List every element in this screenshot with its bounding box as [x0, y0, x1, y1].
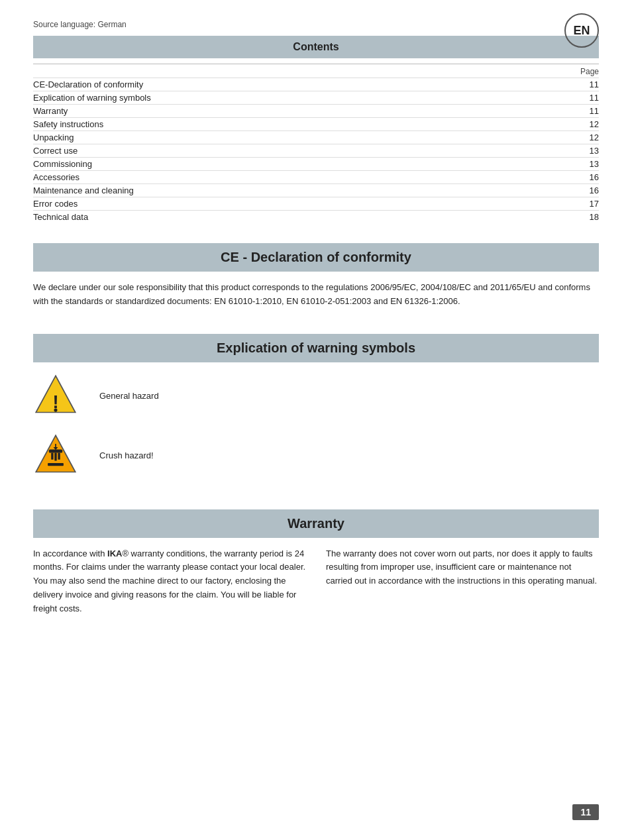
contents-item-page: 16 [579, 185, 599, 195]
contents-item-label: Warranty [33, 106, 68, 116]
ce-declaration-body: We declare under our sole responsibility… [33, 272, 599, 314]
contents-item-page: 17 [579, 199, 599, 209]
general-hazard-label: General hazard [99, 391, 159, 401]
contents-item-label: Correct use [33, 146, 78, 156]
crush-hazard-label: Crush hazard! [99, 450, 154, 460]
contents-row: Safety instructions 12 [33, 117, 599, 131]
warning-symbols-grid: ! General hazard [33, 362, 599, 490]
contents-item-label: Unpacking [33, 132, 74, 142]
warning-symbols-section: Explication of warning symbols ! General… [33, 334, 599, 490]
crush-hazard-icon [33, 433, 79, 479]
contents-item-page: 11 [579, 106, 599, 116]
contents-item-label: Technical data [33, 212, 88, 222]
page-number: 11 [572, 804, 599, 820]
contents-row: Unpacking 12 [33, 131, 599, 144]
contents-item-page: 18 [579, 212, 599, 222]
contents-item-page: 16 [579, 172, 599, 182]
ika-brand: IKA [107, 549, 122, 558]
contents-item-label: CE-Declaration of conformity [33, 79, 143, 89]
contents-item-label: Safety instructions [33, 119, 103, 129]
contents-section: Contents Page CE-Declaration of conformi… [33, 36, 599, 223]
svg-rect-6 [54, 452, 56, 460]
source-language-label: Source language: German [33, 20, 599, 29]
general-hazard-icon: ! [33, 373, 79, 419]
warning-symbols-header: Explication of warning symbols [33, 334, 599, 362]
contents-row: Error codes 17 [33, 197, 599, 210]
ce-declaration-section: CE - Declaration of conformity We declar… [33, 243, 599, 314]
svg-point-2 [54, 408, 57, 411]
contents-list: Page CE-Declaration of conformity 11 Exp… [33, 64, 599, 223]
contents-row: Warranty 11 [33, 104, 599, 117]
warning-item-general: ! General hazard [33, 373, 599, 419]
contents-item-label: Maintenance and cleaning [33, 185, 134, 195]
contents-row: Technical data 18 [33, 210, 599, 223]
contents-row: Commissioning 13 [33, 157, 599, 170]
warranty-columns: In accordance with IKA® warranty conditi… [33, 538, 599, 625]
contents-item-page: 13 [579, 146, 599, 156]
warranty-section: Warranty In accordance with IKA® warrant… [33, 509, 599, 625]
contents-item-label: Commissioning [33, 159, 92, 169]
svg-rect-7 [58, 452, 60, 459]
contents-row: Explication of warning symbols 11 [33, 91, 599, 104]
language-badge: EN [564, 13, 599, 48]
contents-item-page: 12 [579, 119, 599, 129]
contents-item-page: 12 [579, 132, 599, 142]
warranty-col1: In accordance with IKA® warranty conditi… [33, 547, 306, 616]
contents-row: Accessories 16 [33, 170, 599, 184]
svg-rect-8 [48, 462, 64, 465]
ce-declaration-header: CE - Declaration of conformity [33, 243, 599, 272]
contents-table: Page CE-Declaration of conformity 11 Exp… [33, 64, 599, 223]
warranty-col2: The warranty does not cover worn out par… [326, 547, 599, 616]
contents-item-page: 11 [579, 79, 599, 89]
contents-row: CE-Declaration of conformity 11 [33, 78, 599, 91]
contents-item-label: Explication of warning symbols [33, 93, 151, 103]
contents-row: Correct use 13 [33, 144, 599, 157]
contents-header: Contents [33, 36, 599, 58]
svg-rect-5 [51, 452, 53, 459]
warranty-header: Warranty [33, 509, 599, 538]
contents-row: Maintenance and cleaning 16 [33, 184, 599, 197]
contents-item-page: 13 [579, 159, 599, 169]
page-label: Page [33, 64, 599, 78]
contents-item-label: Error codes [33, 199, 78, 209]
contents-item-label: Accessories [33, 172, 79, 182]
warning-item-crush: Crush hazard! [33, 433, 599, 479]
contents-item-page: 11 [579, 93, 599, 103]
